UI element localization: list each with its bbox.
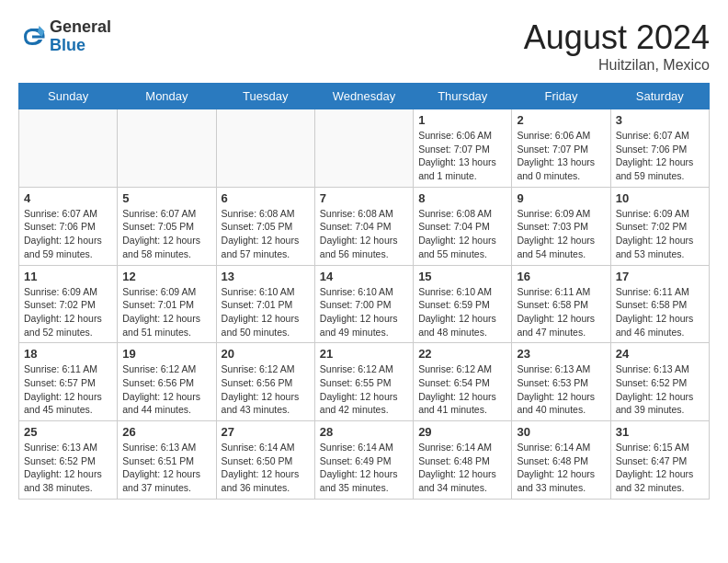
- calendar-day-cell: 8Sunrise: 6:08 AM Sunset: 7:04 PM Daylig…: [414, 187, 512, 265]
- calendar-day-cell: 20Sunrise: 6:12 AM Sunset: 6:56 PM Dayli…: [216, 343, 314, 421]
- day-info: Sunrise: 6:09 AM Sunset: 7:02 PM Dayligh…: [616, 207, 704, 261]
- day-number: 19: [122, 347, 210, 361]
- calendar-day-cell: 4Sunrise: 6:07 AM Sunset: 7:06 PM Daylig…: [19, 187, 118, 265]
- day-of-week-header: Tuesday: [216, 84, 314, 109]
- calendar-day-cell: 18Sunrise: 6:11 AM Sunset: 6:57 PM Dayli…: [19, 343, 118, 421]
- day-info: Sunrise: 6:11 AM Sunset: 6:58 PM Dayligh…: [616, 285, 704, 339]
- calendar-day-cell: [314, 109, 413, 188]
- day-info: Sunrise: 6:12 AM Sunset: 6:56 PM Dayligh…: [122, 362, 210, 417]
- calendar-day-cell: 19Sunrise: 6:12 AM Sunset: 6:56 PM Dayli…: [118, 343, 216, 421]
- day-info: Sunrise: 6:11 AM Sunset: 6:58 PM Dayligh…: [517, 285, 605, 339]
- calendar-day-cell: 26Sunrise: 6:13 AM Sunset: 6:51 PM Dayli…: [118, 421, 216, 500]
- calendar-table: SundayMondayTuesdayWednesdayThursdayFrid…: [18, 83, 710, 500]
- day-number: 18: [24, 347, 112, 361]
- calendar-day-cell: 28Sunrise: 6:14 AM Sunset: 6:49 PM Dayli…: [314, 421, 413, 500]
- day-number: 25: [24, 425, 112, 439]
- calendar-day-cell: 2Sunrise: 6:06 AM Sunset: 7:07 PM Daylig…: [512, 109, 610, 188]
- day-of-week-header: Thursday: [414, 84, 512, 109]
- day-info: Sunrise: 6:12 AM Sunset: 6:56 PM Dayligh…: [222, 362, 310, 417]
- day-number: 15: [418, 270, 506, 283]
- calendar-day-cell: 21Sunrise: 6:12 AM Sunset: 6:55 PM Dayli…: [314, 343, 413, 421]
- title-block: August 2024 Huitzilan, Mexico: [524, 18, 710, 74]
- month-year-title: August 2024: [524, 18, 710, 57]
- day-info: Sunrise: 6:07 AM Sunset: 7:06 PM Dayligh…: [24, 207, 112, 261]
- day-info: Sunrise: 6:14 AM Sunset: 6:48 PM Dayligh…: [418, 441, 506, 495]
- day-info: Sunrise: 6:08 AM Sunset: 7:04 PM Dayligh…: [418, 207, 506, 261]
- calendar-day-cell: 1Sunrise: 6:06 AM Sunset: 7:07 PM Daylig…: [414, 109, 512, 188]
- day-info: Sunrise: 6:07 AM Sunset: 7:05 PM Dayligh…: [122, 207, 210, 261]
- day-number: 29: [418, 425, 506, 439]
- day-number: 26: [122, 425, 210, 439]
- day-info: Sunrise: 6:09 AM Sunset: 7:02 PM Dayligh…: [24, 285, 112, 339]
- day-number: 6: [222, 191, 310, 205]
- calendar-day-cell: 30Sunrise: 6:14 AM Sunset: 6:48 PM Dayli…: [512, 421, 610, 500]
- day-number: 9: [517, 191, 605, 205]
- day-number: 1: [418, 113, 506, 127]
- day-info: Sunrise: 6:15 AM Sunset: 6:47 PM Dayligh…: [616, 441, 704, 495]
- day-number: 27: [222, 425, 310, 439]
- logo-general-text: General: [50, 17, 111, 36]
- calendar-week-row: 18Sunrise: 6:11 AM Sunset: 6:57 PM Dayli…: [19, 343, 710, 421]
- day-info: Sunrise: 6:07 AM Sunset: 7:06 PM Dayligh…: [616, 129, 704, 183]
- day-number: 4: [24, 191, 112, 205]
- page-header: General Blue August 2024 Huitzilan, Mexi…: [18, 18, 710, 74]
- calendar-day-cell: 29Sunrise: 6:14 AM Sunset: 6:48 PM Dayli…: [414, 421, 512, 500]
- calendar-day-cell: 17Sunrise: 6:11 AM Sunset: 6:58 PM Dayli…: [610, 265, 709, 343]
- day-number: 20: [222, 347, 310, 361]
- day-info: Sunrise: 6:09 AM Sunset: 7:03 PM Dayligh…: [517, 207, 605, 261]
- day-info: Sunrise: 6:13 AM Sunset: 6:52 PM Dayligh…: [24, 441, 112, 495]
- calendar-day-cell: 9Sunrise: 6:09 AM Sunset: 7:03 PM Daylig…: [512, 187, 610, 265]
- day-number: 5: [122, 191, 210, 205]
- generalblue-logo-icon: [18, 23, 46, 51]
- day-number: 11: [24, 270, 112, 283]
- day-number: 13: [222, 270, 310, 283]
- day-info: Sunrise: 6:10 AM Sunset: 7:01 PM Dayligh…: [222, 285, 310, 339]
- location-subtitle: Huitzilan, Mexico: [524, 57, 710, 74]
- day-info: Sunrise: 6:12 AM Sunset: 6:55 PM Dayligh…: [320, 362, 408, 417]
- day-of-week-header: Saturday: [610, 84, 709, 109]
- day-of-week-header: Monday: [118, 84, 216, 109]
- day-number: 14: [320, 270, 408, 283]
- calendar-day-cell: 24Sunrise: 6:13 AM Sunset: 6:52 PM Dayli…: [610, 343, 709, 421]
- day-info: Sunrise: 6:10 AM Sunset: 6:59 PM Dayligh…: [418, 285, 506, 339]
- calendar-day-cell: 23Sunrise: 6:13 AM Sunset: 6:53 PM Dayli…: [512, 343, 610, 421]
- calendar-day-cell: 14Sunrise: 6:10 AM Sunset: 7:00 PM Dayli…: [314, 265, 413, 343]
- calendar-week-row: 4Sunrise: 6:07 AM Sunset: 7:06 PM Daylig…: [19, 187, 710, 265]
- day-info: Sunrise: 6:08 AM Sunset: 7:05 PM Dayligh…: [222, 207, 310, 261]
- day-number: 24: [616, 347, 704, 361]
- day-info: Sunrise: 6:09 AM Sunset: 7:01 PM Dayligh…: [122, 285, 210, 339]
- day-number: 23: [517, 347, 605, 361]
- day-number: 12: [122, 270, 210, 283]
- day-header-row: SundayMondayTuesdayWednesdayThursdayFrid…: [19, 84, 710, 109]
- day-number: 7: [320, 191, 408, 205]
- calendar-day-cell: 15Sunrise: 6:10 AM Sunset: 6:59 PM Dayli…: [414, 265, 512, 343]
- calendar-day-cell: 7Sunrise: 6:08 AM Sunset: 7:04 PM Daylig…: [314, 187, 413, 265]
- calendar-day-cell: [19, 109, 118, 188]
- day-info: Sunrise: 6:14 AM Sunset: 6:48 PM Dayligh…: [517, 441, 605, 495]
- day-number: 30: [517, 425, 605, 439]
- calendar-day-cell: 3Sunrise: 6:07 AM Sunset: 7:06 PM Daylig…: [610, 109, 709, 188]
- day-number: 10: [616, 191, 704, 205]
- day-of-week-header: Friday: [512, 84, 610, 109]
- day-number: 21: [320, 347, 408, 361]
- calendar-week-row: 25Sunrise: 6:13 AM Sunset: 6:52 PM Dayli…: [19, 421, 710, 500]
- day-info: Sunrise: 6:14 AM Sunset: 6:50 PM Dayligh…: [222, 441, 310, 495]
- calendar-week-row: 11Sunrise: 6:09 AM Sunset: 7:02 PM Dayli…: [19, 265, 710, 343]
- calendar-day-cell: 22Sunrise: 6:12 AM Sunset: 6:54 PM Dayli…: [414, 343, 512, 421]
- calendar-day-cell: 31Sunrise: 6:15 AM Sunset: 6:47 PM Dayli…: [610, 421, 709, 500]
- day-number: 8: [418, 191, 506, 205]
- calendar-day-cell: 16Sunrise: 6:11 AM Sunset: 6:58 PM Dayli…: [512, 265, 610, 343]
- day-info: Sunrise: 6:11 AM Sunset: 6:57 PM Dayligh…: [24, 362, 112, 417]
- day-number: 17: [616, 270, 704, 283]
- day-info: Sunrise: 6:13 AM Sunset: 6:53 PM Dayligh…: [517, 362, 605, 417]
- calendar-day-cell: 25Sunrise: 6:13 AM Sunset: 6:52 PM Dayli…: [19, 421, 118, 500]
- calendar-day-cell: 13Sunrise: 6:10 AM Sunset: 7:01 PM Dayli…: [216, 265, 314, 343]
- calendar-day-cell: 10Sunrise: 6:09 AM Sunset: 7:02 PM Dayli…: [610, 187, 709, 265]
- day-info: Sunrise: 6:06 AM Sunset: 7:07 PM Dayligh…: [517, 129, 605, 183]
- calendar-day-cell: 6Sunrise: 6:08 AM Sunset: 7:05 PM Daylig…: [216, 187, 314, 265]
- day-info: Sunrise: 6:12 AM Sunset: 6:54 PM Dayligh…: [418, 362, 506, 417]
- calendar-day-cell: 12Sunrise: 6:09 AM Sunset: 7:01 PM Dayli…: [118, 265, 216, 343]
- logo: General Blue: [18, 18, 111, 55]
- day-info: Sunrise: 6:13 AM Sunset: 6:52 PM Dayligh…: [616, 362, 704, 417]
- day-number: 3: [616, 113, 704, 127]
